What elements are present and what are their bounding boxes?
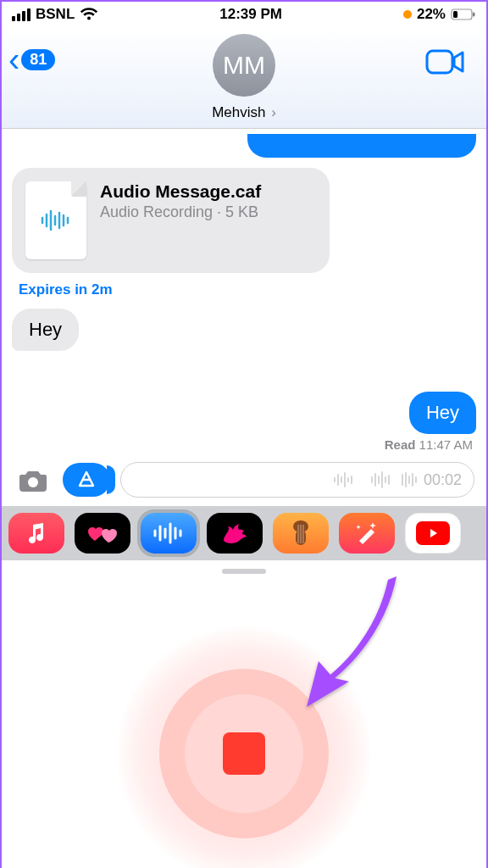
file-title: Audio Message.caf: [100, 181, 261, 202]
recording-indicator-icon: [403, 10, 412, 19]
drawer-handle[interactable]: [222, 569, 266, 574]
imessage-app-strip[interactable]: [2, 506, 486, 560]
expires-label: Expires in 2m: [19, 281, 476, 298]
video-call-button[interactable]: [425, 47, 466, 80]
clock: 12:39 PM: [219, 6, 282, 23]
contact-name[interactable]: Mehvish ›: [212, 104, 276, 121]
contact-avatar[interactable]: MM: [213, 34, 275, 97]
battery-icon: [451, 8, 476, 20]
waveform-preview-icon: [133, 471, 417, 488]
svg-rect-1: [453, 11, 458, 18]
svg-rect-3: [427, 51, 452, 73]
compose-row: 00:02: [2, 452, 486, 506]
svg-point-11: [28, 477, 38, 487]
battery-pct: 22%: [417, 6, 446, 23]
status-bar: BSNL 12:39 PM 22%: [2, 2, 486, 27]
message-input[interactable]: 00:02: [120, 462, 474, 498]
app-garageband[interactable]: [273, 513, 329, 554]
back-button[interactable]: ‹ 81: [8, 42, 55, 76]
carrier-label: BSNL: [36, 6, 75, 23]
audio-recorder-drawer: [2, 569, 486, 868]
incoming-file-bubble[interactable]: Audio Message.caf Audio Recording · 5 KB: [12, 168, 330, 273]
chevron-right-icon: ›: [267, 104, 275, 120]
file-subtitle: Audio Recording · 5 KB: [100, 203, 261, 221]
conversation-header: ‹ 81 MM Mehvish ›: [2, 27, 486, 129]
app-youtube[interactable]: [405, 513, 461, 554]
camera-button[interactable]: [14, 463, 53, 497]
read-receipt: Read 11:47 AM: [12, 437, 473, 452]
incoming-message[interactable]: Hey: [12, 309, 79, 351]
conversation-scroll[interactable]: Audio Message.caf Audio Recording · 5 KB…: [2, 129, 486, 452]
outgoing-bubble-fragment: [247, 134, 476, 158]
outgoing-message[interactable]: Hey: [409, 392, 476, 434]
wifi-icon: [80, 8, 98, 21]
app-draw[interactable]: [207, 513, 263, 554]
svg-rect-2: [473, 13, 475, 17]
audio-file-icon: [25, 181, 86, 259]
app-audio-message[interactable]: [141, 513, 197, 554]
chevron-left-icon: ‹: [8, 42, 19, 76]
stop-recording-button[interactable]: [223, 732, 265, 775]
app-effects[interactable]: [339, 513, 395, 554]
unread-badge: 81: [21, 49, 55, 70]
app-drawer-button[interactable]: [63, 463, 110, 497]
recording-timer: 00:02: [424, 471, 462, 489]
signal-icon: [12, 8, 30, 21]
app-music[interactable]: [8, 513, 64, 554]
app-digital-touch[interactable]: [75, 513, 130, 554]
